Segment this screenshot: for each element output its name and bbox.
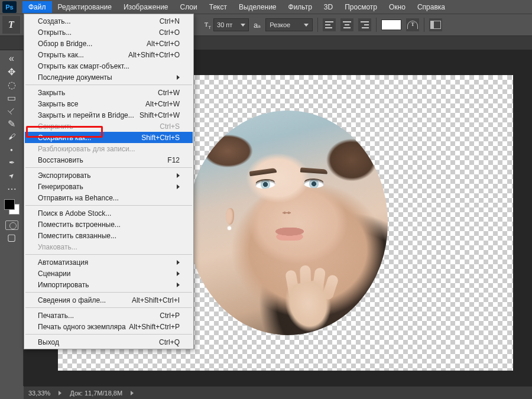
menu-item-label: Закрыть — [38, 89, 65, 97]
panel-icon — [430, 21, 441, 29]
file-menu-item[interactable]: ВыходCtrl+Q — [25, 336, 193, 348]
menu-item-label: Создать... — [38, 17, 71, 25]
menu-item-label: Экспортировать — [38, 171, 91, 180]
file-menu-item[interactable]: ВосстановитьF12 — [25, 154, 193, 166]
menu-item-label: Импортировать — [38, 281, 89, 289]
file-menu-item[interactable]: Поместить связанные... — [25, 230, 193, 241]
font-size-icon: тT — [205, 20, 211, 30]
menu-layers[interactable]: Слои — [174, 1, 203, 13]
chevron-right-icon[interactable] — [131, 391, 134, 395]
chevron-right-icon[interactable] — [59, 391, 61, 395]
file-menu-item[interactable]: Открыть...Ctrl+O — [25, 27, 193, 38]
menu-item-label: Открыть как смарт-объект... — [38, 62, 129, 70]
menu-item-shortcut: Ctrl+O — [159, 28, 180, 37]
text-color-swatch[interactable] — [381, 20, 401, 30]
separator — [317, 18, 318, 32]
file-menu-item[interactable]: Обзор в Bridge...Alt+Ctrl+O — [25, 38, 193, 49]
file-menu-item[interactable]: Последние документы — [25, 72, 193, 83]
crop-tool[interactable] — [5, 105, 19, 116]
menu-item-label: Последние документы — [38, 73, 112, 82]
menu-image[interactable]: Изображение — [118, 1, 174, 13]
file-menu-item[interactable]: Печать одного экземпляраAlt+Shift+Ctrl+P — [25, 321, 193, 332]
menu-item-shortcut: Ctrl+Q — [159, 338, 180, 346]
file-menu-item[interactable]: Автоматизация — [25, 257, 193, 268]
chevron-down-icon — [304, 24, 309, 27]
lasso-tool[interactable] — [5, 79, 19, 90]
menu-item-label: Печатать... — [38, 312, 74, 320]
menu-item-label: Отправить на Behance... — [38, 194, 119, 202]
color-swatches[interactable] — [4, 199, 20, 215]
menu-help[interactable]: Справка — [411, 1, 451, 13]
file-menu-item[interactable]: Закрыть и перейти в Bridge...Shift+Ctrl+… — [25, 109, 193, 121]
file-menu-item: Упаковать... — [25, 241, 193, 252]
file-menu-item[interactable]: Поиск в Adobe Stock... — [25, 207, 193, 219]
chevron-right-icon — [177, 173, 180, 178]
screen-mode-button[interactable]: ▢ — [5, 231, 19, 243]
menu-item-label: Восстановить — [38, 156, 83, 164]
brush-tool[interactable] — [5, 131, 19, 142]
menu-item-shortcut: Ctrl+S — [160, 122, 180, 131]
status-bar: 33,33% Док: 11,7M/18,8M — [24, 386, 532, 399]
file-menu-item[interactable]: Экспортировать — [25, 170, 193, 181]
file-menu-item[interactable]: Закрыть всеAlt+Ctrl+W — [25, 98, 193, 109]
menu-filter[interactable]: Фильтр — [283, 1, 318, 13]
path-selection-tool[interactable] — [5, 170, 19, 181]
menu-item-label: Сценарии — [38, 270, 70, 278]
align-right-button[interactable] — [358, 18, 371, 31]
font-size-field[interactable]: 30 пт — [213, 18, 249, 31]
separator — [424, 18, 424, 32]
blur-tool[interactable] — [5, 144, 19, 155]
menu-item-shortcut: F12 — [167, 156, 180, 164]
menu-item-label: Разблокировать для записи... — [38, 145, 135, 153]
menu-item-shortcut: Alt+Ctrl+W — [145, 100, 180, 108]
separator — [376, 18, 377, 32]
file-menu-item[interactable]: Открыть как...Alt+Shift+Ctrl+O — [25, 49, 193, 60]
file-menu-item[interactable]: Создать...Ctrl+N — [25, 15, 193, 27]
file-menu-item[interactable]: Импортировать — [25, 279, 193, 290]
marquee-tool[interactable] — [5, 92, 19, 103]
move-tool[interactable] — [5, 66, 19, 77]
file-menu-item[interactable]: Отправить на Behance... — [25, 192, 193, 203]
chevron-right-icon — [177, 75, 180, 80]
more-tools[interactable] — [5, 183, 19, 194]
circular-portrait-image — [188, 111, 388, 335]
menu-file[interactable]: Файл — [22, 1, 52, 13]
file-menu-item[interactable]: Сохранить как...Shift+Ctrl+S — [25, 132, 193, 143]
file-menu-item[interactable]: Сведения о файле...Alt+Shift+Ctrl+I — [25, 294, 193, 306]
quick-mask-toggle[interactable] — [5, 220, 18, 230]
menu-view[interactable]: Просмотр — [339, 1, 383, 13]
menu-text[interactable]: Текст — [203, 1, 233, 13]
menu-item-shortcut: Shift+Ctrl+W — [140, 111, 180, 119]
chevron-down-icon — [241, 24, 245, 27]
menu-item-shortcut: Shift+Ctrl+S — [141, 134, 180, 142]
pen-tool[interactable] — [5, 157, 19, 168]
menu-select[interactable]: Выделение — [233, 1, 283, 13]
menu-item-label: Поместить встроенные... — [38, 220, 121, 229]
align-center-button[interactable] — [340, 18, 353, 31]
file-menu-item[interactable]: Поместить встроенные... — [25, 219, 193, 230]
zoom-level[interactable]: 33,33% — [28, 390, 50, 397]
warp-icon — [407, 21, 418, 29]
warp-text-button[interactable] — [406, 18, 419, 31]
eyedropper-tool[interactable] — [5, 118, 19, 129]
chevron-right-icon — [177, 283, 180, 287]
character-panel-button[interactable] — [429, 18, 442, 31]
menu-window[interactable]: Окно — [383, 1, 411, 13]
menu-item-label: Закрыть все — [38, 100, 78, 108]
align-left-button[interactable] — [323, 18, 336, 31]
file-menu-item[interactable]: Сценарии — [25, 268, 193, 279]
menu-edit[interactable]: Редактирование — [52, 1, 118, 13]
chevron-right-icon — [177, 184, 180, 189]
menu-item-label: Сохранить — [38, 122, 73, 131]
antialias-dropdown[interactable]: Резкое — [265, 18, 313, 31]
menu-3d[interactable]: 3D — [318, 1, 339, 13]
file-menu-item[interactable]: ЗакрытьCtrl+W — [25, 87, 193, 98]
file-menu-item[interactable]: Печатать...Ctrl+P — [25, 310, 193, 321]
file-menu-item[interactable]: Открыть как смарт-объект... — [25, 60, 193, 72]
chevron-right-icon — [177, 260, 180, 265]
menu-item-label: Открыть... — [38, 28, 72, 37]
file-menu-item[interactable]: Генерировать — [25, 181, 193, 192]
foreground-swatch[interactable] — [4, 199, 15, 210]
menu-item-label: Автоматизация — [38, 258, 88, 267]
expand-tools-icon[interactable]: « — [5, 53, 19, 64]
